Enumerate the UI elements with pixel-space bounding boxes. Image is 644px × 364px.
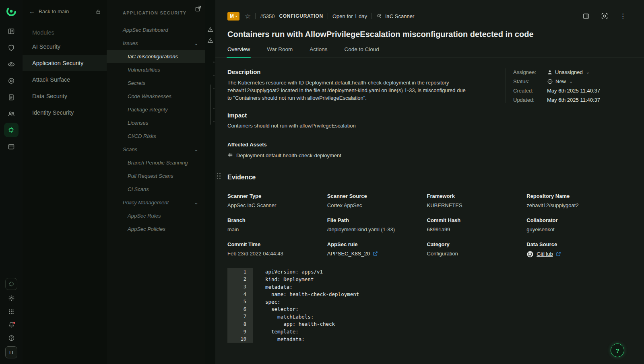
submenu-item[interactable]: CI/CD Risks ⌄: [107, 130, 205, 143]
code-line: 6 selector:: [227, 306, 626, 313]
sidebar-item[interactable]: Attack Surface: [23, 71, 107, 88]
sidebar-item[interactable]: Identity Security: [23, 104, 107, 121]
nav-window-icon[interactable]: [3, 138, 19, 155]
submenu-item[interactable]: Licenses ⌄: [107, 116, 205, 130]
logo[interactable]: [5, 5, 18, 18]
sidebar-item[interactable]: Application Security: [23, 55, 107, 71]
drag-handle[interactable]: [217, 173, 221, 179]
tab[interactable]: Code to Cloud: [345, 46, 379, 58]
nav-modules-icon[interactable]: [3, 23, 19, 39]
submenu-item[interactable]: AppSec Rules ⌄: [107, 209, 205, 222]
submenu-item[interactable]: Scans ⌄: [107, 143, 205, 156]
evidence-field-label: Branch: [227, 217, 327, 223]
assignee-dropdown[interactable]: Unassigned ⌄: [547, 69, 626, 75]
back-label: Back to main: [39, 8, 69, 14]
submenu-item[interactable]: Code Weaknesses ⌄: [107, 90, 205, 103]
side-panel-icon[interactable]: [582, 12, 590, 20]
evidence-field-label: Category: [427, 241, 527, 247]
external-link-icon[interactable]: [556, 251, 561, 257]
sidebar-item[interactable]: Data Security: [23, 88, 107, 104]
submenu-item[interactable]: Pull Request Scans ⌄: [107, 169, 205, 183]
submenu-item[interactable]: Branch Periodic Scanning ⌄: [107, 156, 205, 169]
line-number: 6: [227, 306, 253, 313]
evidence-field-label: Commit Hash: [427, 217, 527, 223]
line-text: template:: [253, 329, 299, 335]
active-tab-underline: [227, 57, 251, 58]
line-number: 9: [227, 328, 253, 335]
affected-asset[interactable]: Deployment.default.health-check-deployme…: [227, 152, 489, 158]
status-label: Status:: [513, 78, 547, 84]
nav-eye-icon[interactable]: [3, 56, 19, 72]
line-number: 3: [227, 283, 253, 291]
line-number: 10: [227, 335, 253, 343]
line-text: kind: Deployment: [253, 276, 314, 282]
chevron-down-icon: ▾: [235, 14, 237, 18]
lock-icon: [95, 9, 101, 14]
nav-report-icon[interactable]: [3, 89, 19, 105]
external-link-icon[interactable]: [373, 251, 378, 256]
user-avatar[interactable]: TT: [5, 346, 17, 358]
scan-scope-icon[interactable]: [601, 12, 608, 20]
line-number: 1: [227, 268, 253, 276]
issue-meta: Assignee: Unassigned ⌄ Status: New ⌄ Cre…: [506, 68, 626, 103]
submenu-item-label: AppSec Rules: [128, 213, 161, 219]
settings-gear-icon[interactable]: [3, 292, 19, 305]
submenu-item[interactable]: Secrets ⌄: [107, 76, 205, 90]
help-circle-icon[interactable]: [3, 331, 19, 345]
notifications-bell-icon[interactable]: [3, 318, 19, 331]
evidence-field-label: Data Source: [526, 241, 626, 247]
sidebar-item-label: Identity Security: [32, 109, 74, 116]
code-viewer[interactable]: 1 apiVersion: apps/v1 2 kind: Deployment…: [227, 268, 626, 343]
nav-users-icon[interactable]: [3, 105, 19, 122]
submenu-item-label: Pull Request Scans: [128, 173, 173, 179]
evidence-field-label: File Path: [327, 217, 427, 223]
scrollbar-thumb[interactable]: [210, 84, 211, 125]
star-icon[interactable]: ☆: [245, 12, 251, 21]
evidence-field-value: KUBERNETES: [427, 202, 462, 208]
submenu-item[interactable]: Vulnerabilities ⌄: [107, 63, 205, 76]
apps-grid-icon[interactable]: [3, 305, 19, 318]
tree-dot: [213, 121, 215, 122]
submenu-item-label: Package integrity: [128, 107, 168, 113]
submenu-item[interactable]: CI Scans ⌄: [107, 183, 205, 196]
scanner-chip: IaC Scanner: [376, 13, 414, 19]
evidence-field-value: guyeisenkot: [526, 226, 554, 232]
submenu-item[interactable]: Policy Management ⌄: [107, 196, 205, 209]
created-label: Created:: [513, 88, 547, 94]
status-ring-icon[interactable]: [5, 278, 17, 290]
submenu-item[interactable]: AppSec Policies ⌄: [107, 222, 205, 236]
line-text: app: health-check: [253, 321, 335, 327]
description-heading: Description: [227, 68, 489, 75]
line-text: apiVersion: apps/v1: [253, 269, 323, 275]
submenu-item[interactable]: Issues ⌄: [107, 37, 205, 50]
nav-shield-icon[interactable]: [3, 39, 19, 56]
submenu-item[interactable]: Package integrity ⌄: [107, 103, 205, 116]
evidence-field-label: Scanner Source: [327, 193, 427, 199]
warning-triangle-icon[interactable]: [205, 37, 215, 43]
more-vertical-icon[interactable]: ⋮: [619, 12, 626, 21]
code-line: 5 spec:: [227, 298, 626, 306]
status-dropdown[interactable]: New ⌄: [547, 78, 626, 84]
evidence-field-label: Scanner Type: [227, 193, 327, 199]
sidebar-item-label: Data Security: [32, 93, 67, 99]
chevron-down-icon: ⌄: [194, 199, 198, 206]
tab[interactable]: Overview: [227, 46, 250, 58]
nav-target-icon[interactable]: [3, 72, 19, 89]
severity-badge[interactable]: M ▾: [227, 12, 239, 21]
line-text: metadata:: [253, 336, 305, 342]
sidebar-item-label: Attack Surface: [32, 76, 70, 83]
nav-appsec-icon[interactable]: [4, 123, 19, 137]
evidence-field: Repository Name zehavit12/supplygoat2: [526, 193, 626, 208]
tab[interactable]: War Room: [267, 46, 293, 58]
help-button[interactable]: ?: [611, 343, 624, 357]
evidence-field-label: Commit Time: [227, 241, 327, 247]
submenu-item[interactable]: AppSec Dashboard ⌄: [107, 23, 205, 37]
tab[interactable]: Actions: [310, 46, 327, 58]
evidence-field-label: AppSec rule: [327, 241, 427, 247]
warning-triangle-icon[interactable]: [205, 27, 215, 33]
popout-icon[interactable]: [195, 5, 202, 12]
back-to-main[interactable]: ← Back to main: [23, 0, 107, 15]
submenu-item[interactable]: IaC misconfigurations ⌄: [107, 50, 205, 63]
tabs: Overview War Room Actions Code to Cloud: [215, 46, 644, 58]
sidebar-item[interactable]: AI Security: [23, 38, 107, 55]
